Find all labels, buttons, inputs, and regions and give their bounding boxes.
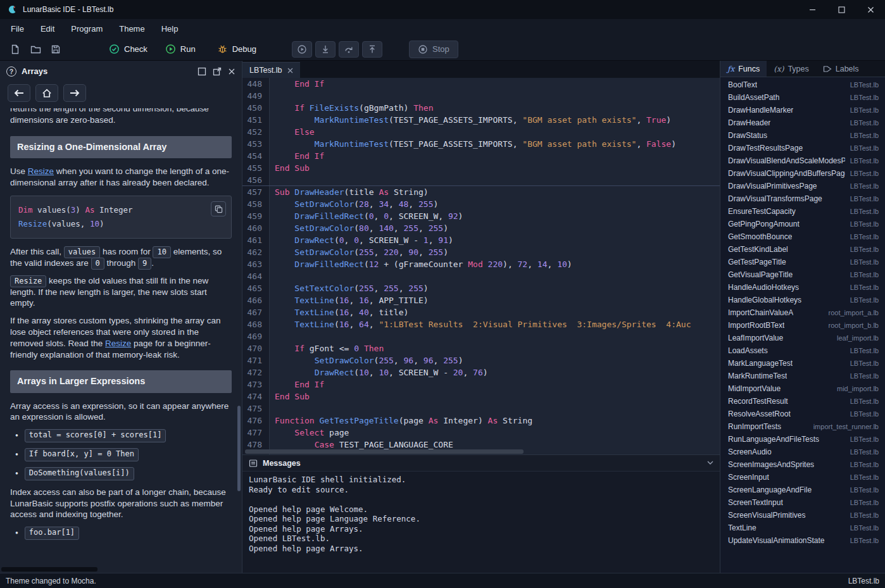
code-line-456[interactable]: 456 [242,174,720,186]
step-out-button[interactable] [362,41,382,58]
func-item[interactable]: ImportChainValueAroot_import_a.lb [720,306,885,319]
func-item[interactable]: DrawVisualTransformsPageLBTest.lb [720,192,885,205]
close-button[interactable] [856,0,885,19]
stop-button[interactable]: Stop [409,41,458,58]
func-item[interactable]: HandleGlobalHotkeysLBTest.lb [720,294,885,306]
editor-horizontal-scrollbar[interactable] [245,449,524,454]
menu-program[interactable]: Program [63,19,111,38]
func-item[interactable]: DrawHeaderLBTest.lb [720,116,885,129]
func-item[interactable]: ScreenImagesAndSpritesLBTest.lb [720,458,885,471]
code-line-452[interactable]: 452 Else [242,126,720,138]
chevron-down-icon[interactable] [707,461,713,465]
menu-help[interactable]: Help [153,19,187,38]
func-item[interactable]: DrawStatusLBTest.lb [720,129,885,142]
code-line-468[interactable]: 468 TextLine(16, 64, "1:LBTest Results 2… [242,318,720,330]
step-into-button[interactable] [315,41,336,58]
code-line-450[interactable]: 450 If FileExists(gBgmPath) Then [242,102,720,114]
help-link[interactable]: Resize [28,166,54,176]
func-item[interactable]: EnsureTestCapacityLBTest.lb [720,205,885,218]
code-line-472[interactable]: 472 DrawRect(10, 10, SCREEN_W - 20, 76) [242,366,720,378]
dock-panel-icon[interactable] [198,67,206,76]
code-line-451[interactable]: 451 MarkRuntimeTest(TEST_PAGE_ASSETS_IMP… [242,114,720,126]
func-item[interactable]: GetVisualPageTitleLBTest.lb [720,268,885,281]
func-item[interactable]: MarkRuntimeTestLBTest.lb [720,370,885,382]
func-item[interactable]: UpdateVisualAnimationStateLBTest.lb [720,534,885,547]
menu-file[interactable]: File [3,19,32,38]
code-line-454[interactable]: 454 End If [242,150,720,162]
code-line-476[interactable]: 476Function GetTestPageTitle(page As Int… [242,415,720,427]
func-item[interactable]: MarkLanguageTestLBTest.lb [720,357,885,370]
func-item[interactable]: TextLineLBTest.lb [720,522,885,534]
func-item[interactable]: LeafImportValueleaf_import.lb [720,332,885,344]
code-line-459[interactable]: 459 DrawFilledRect(0, 0, SCREEN_W, 92) [242,210,720,222]
func-item[interactable]: DrawTestResultsPageLBTest.lb [720,142,885,154]
help-home-button[interactable] [35,84,58,102]
tab-labels[interactable]: Labels [816,61,866,77]
run-button[interactable]: Run [161,41,199,58]
code-line-457[interactable]: 457Sub DrawHeader(title As String) [242,186,720,198]
code-line-463[interactable]: 463 DrawFilledRect(12 + (gFrameCounter M… [242,258,720,270]
func-item[interactable]: BoolTextLBTest.lb [720,78,885,91]
func-item[interactable]: ScreenTextInputLBTest.lb [720,496,885,509]
code-line-449[interactable]: 449 [242,90,720,102]
func-item[interactable]: RunImportTestsimport_test_runner.lb [720,420,885,433]
code-line-477[interactable]: 477 Select page [242,427,720,439]
check-button[interactable]: Check [105,41,151,58]
code-line-475[interactable]: 475 [242,403,720,415]
menu-theme[interactable]: Theme [111,19,153,38]
continue-button[interactable] [292,41,312,58]
func-item[interactable]: ScreenLanguageAndFileLBTest.lb [720,484,885,496]
editor-tab-lbtest[interactable]: LBTest.lb [242,62,300,78]
func-item[interactable]: DrawVisualBlendAndScaleModesPageLBTest.l… [720,154,885,167]
code-line-458[interactable]: 458 SetDrawColor(28, 34, 48, 255) [242,198,720,210]
save-button[interactable] [46,41,66,58]
tab-funcs[interactable]: ƒx Funcs [720,61,767,77]
close-panel-icon[interactable] [228,68,235,75]
minimize-button[interactable] [798,0,827,19]
code-editor[interactable]: 448 End If449450 If FileExists(gBgmPath)… [242,78,720,454]
code-line-460[interactable]: 460 SetDrawColor(80, 140, 255, 255) [242,222,720,234]
func-item[interactable]: DrawVisualClippingAndBuffersPageLBTest.l… [720,167,885,180]
copy-code-button[interactable] [211,201,226,216]
help-back-button[interactable] [8,84,30,102]
func-item[interactable]: ScreenAudioLBTest.lb [720,446,885,458]
tab-types[interactable]: (x) Types [767,61,816,77]
messages-header[interactable]: Messages [242,455,720,472]
func-item[interactable]: LoadAssetsLBTest.lb [720,344,885,357]
help-forward-button[interactable] [63,84,86,102]
func-item[interactable]: RecordTestResultLBTest.lb [720,395,885,408]
open-file-button[interactable] [25,41,46,58]
tab-close-icon[interactable] [287,68,293,73]
func-item[interactable]: ScreenInputLBTest.lb [720,471,885,484]
code-line-448[interactable]: 448 End If [242,78,720,90]
code-line-473[interactable]: 473 End If [242,378,720,391]
code-line-455[interactable]: 455End Sub [242,162,720,174]
open-external-icon[interactable] [213,67,222,76]
func-item[interactable]: GetPingPongAmountLBTest.lb [720,218,885,230]
debug-button[interactable]: Debug [213,41,260,58]
code-line-462[interactable]: 462 SetDrawColor(255, 220, 90, 255) [242,246,720,258]
code-line-465[interactable]: 465 SetTextColor(255, 255, 255) [242,282,720,294]
code-line-474[interactable]: 474End Sub [242,391,720,403]
maximize-button[interactable] [827,0,856,19]
func-item[interactable]: GetSmoothBounceLBTest.lb [720,230,885,243]
func-item[interactable]: BuildAssetPathLBTest.lb [720,91,885,104]
help-horizontal-scrollbar[interactable] [1,567,97,572]
func-item[interactable]: DrawVisualPrimitivesPageLBTest.lb [720,180,885,192]
help-link[interactable]: Resize [105,339,131,348]
func-item[interactable]: GetTestPageTitleLBTest.lb [720,256,885,268]
func-item[interactable]: HandleAudioHotkeysLBTest.lb [720,281,885,294]
func-item[interactable]: MidImportValuemid_import.lb [720,382,885,395]
menu-edit[interactable]: Edit [32,19,63,38]
code-line-461[interactable]: 461 DrawRect(0, 0, SCREEN_W - 1, 91) [242,234,720,246]
code-line-467[interactable]: 467 TextLine(16, 40, title) [242,306,720,318]
step-over-button[interactable] [339,41,359,58]
code-line-470[interactable]: 470 If gFont <= 0 Then [242,342,720,354]
code-line-466[interactable]: 466 TextLine(16, 16, APP_TITLE) [242,294,720,306]
code-line-453[interactable]: 453 MarkRuntimeTest(TEST_PAGE_ASSETS_IMP… [242,138,720,150]
func-item[interactable]: DrawHandleMarkerLBTest.lb [720,104,885,116]
func-item[interactable]: ResolveAssetRootLBTest.lb [720,408,885,420]
func-item[interactable]: ScreenVisualPrimitivesLBTest.lb [720,509,885,522]
func-item[interactable]: RunLanguageAndFileTestsLBTest.lb [720,433,885,446]
help-vertical-scrollbar[interactable] [237,406,241,491]
